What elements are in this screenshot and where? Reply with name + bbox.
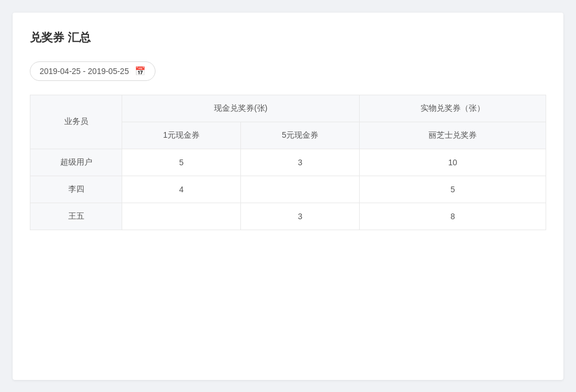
cell-5yuan: 3 <box>241 149 360 176</box>
th-5yuan: 5元现金券 <box>241 122 360 149</box>
summary-table: 业务员 现金兑奖券(张) 实物兑奖券（张） 1元现金券 5元现金券 丽芝士兑奖券… <box>30 95 546 230</box>
th-1yuan: 1元现金券 <box>122 122 241 149</box>
calendar-icon: 📅 <box>135 66 146 76</box>
cell-lizhi: 8 <box>360 203 546 230</box>
cell-agent: 王五 <box>30 203 122 230</box>
date-picker-wrapper: 2019-04-25 - 2019-05-25 📅 <box>30 61 546 81</box>
cell-5yuan: 3 <box>241 203 360 230</box>
date-range-text: 2019-04-25 - 2019-05-25 <box>40 67 129 76</box>
cell-5yuan <box>241 176 360 203</box>
th-physical-coupon-group: 实物兑奖券（张） <box>360 95 546 122</box>
cell-1yuan <box>122 203 241 230</box>
th-agent: 业务员 <box>30 95 122 149</box>
cell-agent: 超级用户 <box>30 149 122 176</box>
page-title: 兑奖券 汇总 <box>30 30 546 45</box>
cell-1yuan: 4 <box>122 176 241 203</box>
table-row: 王五38 <box>30 203 546 230</box>
cell-lizhi: 10 <box>360 149 546 176</box>
table-row: 超级用户5310 <box>30 149 546 176</box>
cell-lizhi: 5 <box>360 176 546 203</box>
date-picker[interactable]: 2019-04-25 - 2019-05-25 📅 <box>30 61 155 81</box>
th-lizhi: 丽芝士兑奖券 <box>360 122 546 149</box>
cell-1yuan: 5 <box>122 149 241 176</box>
th-cash-coupon-group: 现金兑奖券(张) <box>122 95 360 122</box>
cell-agent: 李四 <box>30 176 122 203</box>
main-card: 兑奖券 汇总 2019-04-25 - 2019-05-25 📅 业务员 现金兑… <box>13 13 563 380</box>
table-row: 李四45 <box>30 176 546 203</box>
